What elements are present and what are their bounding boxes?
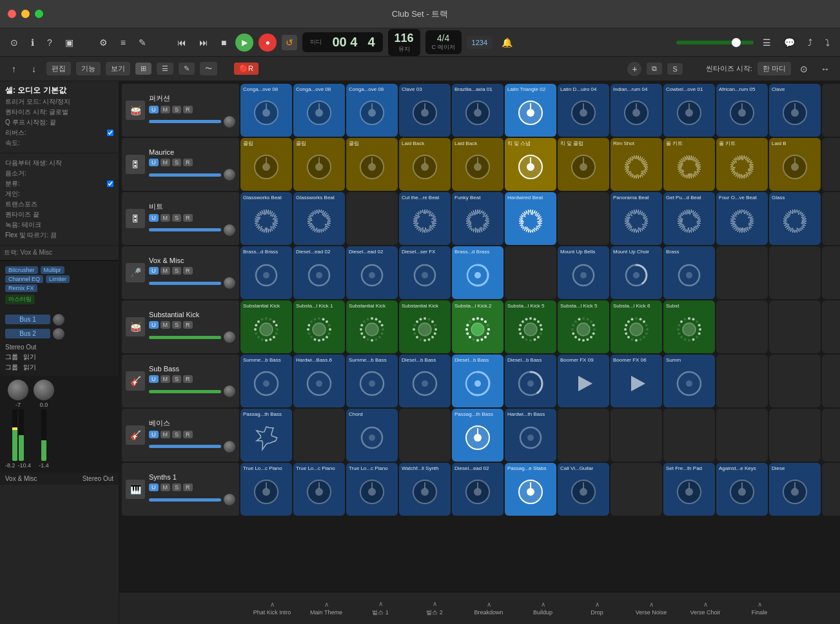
btn-info[interactable]: ℹ (27, 35, 38, 50)
track-s-maurice[interactable]: S (172, 159, 181, 166)
cell-r0-c4[interactable]: Brazilia...axia 01 (452, 84, 503, 137)
cell-r2-c3[interactable]: Cut the...re Beat (399, 192, 451, 245)
cell-r5-c6[interactable]: Boomer FX 09 (558, 355, 609, 407)
wave-btn[interactable]: 〜 (200, 62, 217, 75)
track-s-beat[interactable]: S (172, 214, 181, 222)
nav-up-btn[interactable]: ↑ (8, 61, 20, 77)
cell-r0-c0[interactable]: Conga...ove 08 (240, 84, 292, 137)
scene-item-3[interactable]: ∧벌스 2 (409, 600, 460, 617)
track-r-synths1[interactable]: R (183, 483, 193, 491)
record-flag-btn[interactable]: 🔴R (234, 63, 259, 75)
cell-r1-c3[interactable]: Laid Back (399, 138, 451, 191)
metronome-button[interactable]: 🔔 (498, 35, 516, 50)
cell-r5-c3[interactable]: Diesel...b Bass (399, 355, 451, 407)
grid-view-btn[interactable]: ⊞ (135, 63, 151, 75)
cell-r3-c7[interactable]: Mount Up Choir (610, 246, 662, 299)
scene-item-2[interactable]: ∧벌스 1 (355, 600, 406, 617)
left-knob[interactable] (8, 380, 28, 400)
cell-r4-c7[interactable]: Substa...l Kick 6 (610, 300, 662, 353)
track-s-synths1[interactable]: S (172, 483, 181, 491)
cell-r7-c9[interactable]: Against...e Keys (716, 463, 768, 516)
cell-r6-c0[interactable]: Passag...th Bass (240, 409, 292, 462)
cell-r0-c8[interactable]: Cowbel...ove 01 (663, 84, 715, 137)
cell-r0-c3[interactable]: Clave 03 (399, 84, 451, 137)
btn-pencil[interactable]: ✎ (135, 35, 150, 50)
cell-r7-c2[interactable]: True Lo...c Piano (346, 463, 398, 516)
cell-r5-c0[interactable]: Summe...b Bass (240, 355, 292, 407)
cell-r7-c4[interactable]: Diesel...ead 02 (452, 463, 503, 516)
cell-r5-c5[interactable]: Diesel...b Bass (505, 355, 556, 407)
cell-r4-c8[interactable]: Subst (663, 300, 715, 353)
cell-r2-c0[interactable]: Glassworks Beat (240, 192, 292, 245)
track-fader-percussion[interactable] (149, 120, 221, 123)
cell-r2-c5[interactable]: Hardwired Beat (505, 192, 556, 245)
cell-r3-c1[interactable]: Diesel...ead 02 (293, 246, 345, 299)
track-fader-beat[interactable] (149, 228, 221, 231)
track-power-beat[interactable]: U (149, 214, 159, 222)
scene-item-4[interactable]: ∧Breakdown (463, 601, 514, 616)
track-s-substantial_kick[interactable]: S (172, 321, 181, 329)
cell-r1-c1[interactable]: 클립 (293, 138, 345, 191)
cell-r2-c1[interactable]: Glassworks Beat (293, 192, 345, 245)
stop-button[interactable]: ■ (217, 35, 230, 50)
track-r-maurice[interactable]: R (183, 159, 193, 166)
track-knob-synths1[interactable] (224, 494, 235, 505)
track-r-sub_bass[interactable]: R (183, 375, 193, 383)
cell-r7-c6[interactable]: Call Vi...Guitar (558, 463, 609, 516)
cell-r3-c8[interactable]: Brass (663, 246, 715, 299)
time-display[interactable]: 미디 00 4 4 (302, 32, 382, 52)
scene-item-9[interactable]: ∧Finale (734, 601, 785, 616)
cell-r1-c7[interactable]: Rim Shot (610, 138, 662, 191)
synth-loop-btn[interactable]: ↔ (817, 61, 834, 77)
mastering-btn[interactable]: 마스터링 (5, 295, 35, 304)
track-m-substantial_kick[interactable]: M (161, 321, 171, 329)
track-s-bass[interactable]: S (172, 431, 181, 438)
cell-r1-c4[interactable]: Laid Back (452, 138, 503, 191)
bus1-knob[interactable] (53, 314, 64, 326)
cell-r7-c0[interactable]: True Lo...c Piano (240, 463, 292, 516)
cell-r0-c7[interactable]: Indian...rum 04 (610, 84, 662, 137)
cell-r3-c2[interactable]: Diesel...ead 02 (346, 246, 398, 299)
track-knob-bass[interactable] (224, 441, 235, 453)
dup-btn[interactable]: ⧉ (647, 63, 662, 75)
cell-r4-c0[interactable]: Substantial Kick (240, 300, 292, 353)
track-power-vox_misc[interactable]: U (149, 267, 159, 275)
cell-r7-c5[interactable]: Passag...e Stabs (505, 463, 556, 516)
cell-r6-c2[interactable]: Chord (346, 409, 398, 462)
track-m-beat[interactable]: M (161, 214, 171, 222)
cell-r7-c1[interactable]: True Lo...c Piano (293, 463, 345, 516)
track-m-synths1[interactable]: M (161, 483, 171, 491)
pencil-btn[interactable]: ✎ (179, 63, 195, 75)
synth-knob-btn[interactable]: ⊙ (796, 61, 812, 77)
cell-r1-c8[interactable]: 올 키트 (663, 138, 715, 191)
track-m-bass[interactable]: M (161, 431, 171, 438)
track-m-sub_bass[interactable]: M (161, 375, 171, 383)
track-s-sub_bass[interactable]: S (172, 375, 181, 383)
record-button[interactable]: ● (259, 34, 277, 52)
plugin-channeleq[interactable]: Channel EQ (5, 275, 43, 283)
track-m-vox_misc[interactable]: M (161, 267, 171, 275)
track-fader-synths1[interactable] (149, 498, 221, 502)
func-menu-btn[interactable]: 기능 (76, 62, 101, 75)
forward-button[interactable]: ⏭ (195, 35, 212, 50)
close-button[interactable] (8, 10, 16, 18)
cell-r5-c8[interactable]: Summ (663, 355, 715, 407)
track-knob-maurice[interactable] (224, 169, 235, 180)
track-fader-sub_bass[interactable] (149, 390, 221, 393)
track-knob-beat[interactable] (224, 224, 235, 236)
track-power-maurice[interactable]: U (149, 159, 159, 166)
btn-help[interactable]: ? (43, 35, 56, 50)
cell-r1-c9[interactable]: 올 키트 (716, 138, 768, 191)
cell-r7-c8[interactable]: Set Fre...th Pad (663, 463, 715, 516)
track-m-maurice[interactable]: M (161, 159, 171, 166)
cell-r0-c5[interactable]: Latin Triangle 02 (505, 84, 556, 137)
cell-r4-c4[interactable]: Substa...l Kick.2 (452, 300, 503, 353)
cell-r3-c0[interactable]: Brass...d Brass (240, 246, 292, 299)
track-power-substantial_kick[interactable]: U (149, 321, 159, 329)
category-checkbox[interactable] (107, 180, 113, 187)
cell-r3-c4[interactable]: Brass...d Brass (452, 246, 503, 299)
scene-item-1[interactable]: ∧Main Theme (300, 601, 352, 616)
play-button[interactable]: ▶ (235, 34, 253, 52)
minimize-button[interactable] (21, 10, 30, 18)
volume-thumb[interactable] (732, 38, 741, 47)
